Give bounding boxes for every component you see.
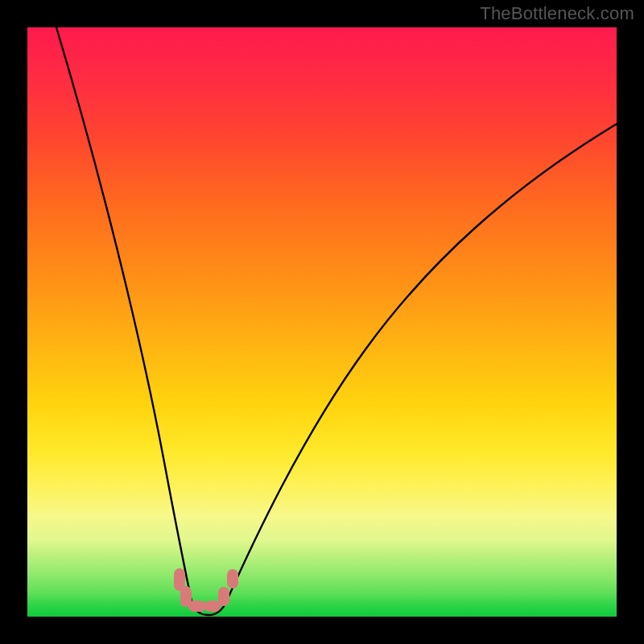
trough-markers [174,568,238,612]
marker-blob [204,601,221,612]
plot-area [27,27,617,617]
chart-container: TheBottleneck.com [0,0,644,644]
marker-blob [227,569,238,588]
curve-left-limb [56,27,192,605]
curve-svg [27,27,617,617]
marker-blob [218,587,229,606]
watermark-text: TheBottleneck.com [480,3,634,24]
marker-blob [188,601,206,612]
curve-right-limb [225,124,617,604]
